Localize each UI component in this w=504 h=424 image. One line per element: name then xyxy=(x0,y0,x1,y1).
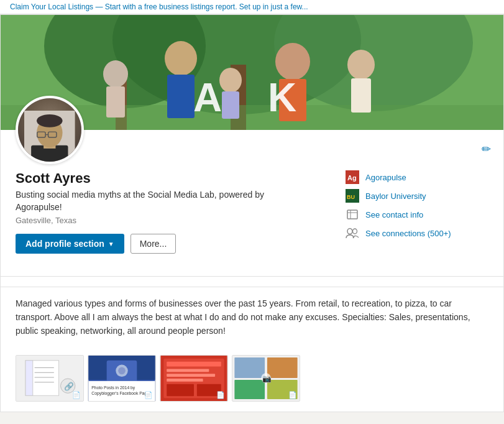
connections-label: See connections (500+) xyxy=(365,229,451,238)
avatar[interactable] xyxy=(16,96,84,164)
profile-name: Scott Ayres xyxy=(16,170,327,187)
summary-text: Managed various types and forms of busin… xyxy=(16,297,488,338)
svg-rect-12 xyxy=(222,91,239,119)
contact-info-label: See contact info xyxy=(365,210,423,219)
contact-info-item[interactable]: See contact info xyxy=(346,208,488,221)
svg-point-11 xyxy=(219,68,242,93)
more-button[interactable]: More... xyxy=(131,234,176,254)
contact-info-icon xyxy=(346,208,359,221)
svg-rect-64 xyxy=(234,380,265,399)
doc-icon-3: 📄 xyxy=(216,391,225,399)
action-buttons: Add profile section ▼ More... xyxy=(16,234,327,254)
top-banner[interactable]: Claim Your Local Listings — Start with a… xyxy=(0,0,504,14)
agorapulse-icon: Ag xyxy=(346,170,359,184)
doc-icon-4: 📄 xyxy=(288,391,297,399)
doc-icon-2: 📄 xyxy=(144,391,153,399)
svg-rect-31 xyxy=(347,210,357,219)
chevron-down-icon: ▼ xyxy=(108,241,114,247)
svg-rect-55 xyxy=(167,362,221,367)
summary-section: Managed various types and forms of busin… xyxy=(1,287,503,348)
media-row: 🔗 📄 Photo Posts in 2014 by Copyblogger's… xyxy=(1,348,503,412)
profile-headline: Busting social media myths at the Social… xyxy=(16,189,277,213)
svg-rect-16 xyxy=(351,78,371,113)
svg-text:A: A xyxy=(193,75,222,120)
profile-lower: ✏ Scott Ayres Busting social media myths… xyxy=(1,130,503,266)
svg-text:Copyblogger's Facebook Page: Copyblogger's Facebook Page xyxy=(91,392,149,397)
profile-info-row: Scott Ayres Busting social media myths a… xyxy=(16,130,488,254)
svg-rect-59 xyxy=(167,384,194,396)
svg-point-49 xyxy=(118,367,126,375)
svg-text:📷: 📷 xyxy=(262,374,272,383)
svg-point-13 xyxy=(275,43,310,80)
media-thumb-3[interactable]: 📄 xyxy=(160,355,228,402)
svg-point-7 xyxy=(103,60,128,88)
agorapulse-item[interactable]: Ag Agorapulse xyxy=(346,170,488,184)
media-thumb-4[interactable]: 📷 📄 xyxy=(232,355,300,402)
svg-point-9 xyxy=(165,41,197,76)
avatar-image xyxy=(24,111,75,162)
svg-text:Ag: Ag xyxy=(347,174,357,182)
profile-card: A K xyxy=(0,14,504,412)
media-thumb-1[interactable]: 🔗 📄 xyxy=(16,355,84,402)
svg-text:BU: BU xyxy=(347,194,355,200)
svg-rect-10 xyxy=(167,75,195,118)
baylor-icon: BU xyxy=(346,189,359,203)
media-thumb-2[interactable]: Photo Posts in 2014 by Copyblogger's Fac… xyxy=(88,355,156,402)
baylor-item[interactable]: BU Baylor University xyxy=(346,189,488,203)
svg-point-35 xyxy=(353,229,357,234)
profile-left: Scott Ayres Busting social media myths a… xyxy=(16,170,327,254)
svg-text:🔗: 🔗 xyxy=(64,382,74,392)
svg-text:K: K xyxy=(268,75,296,120)
doc-icon-1: 📄 xyxy=(72,391,81,399)
edit-profile-button[interactable]: ✏ xyxy=(482,142,491,156)
svg-point-23 xyxy=(37,114,63,127)
profile-location: Gatesville, Texas xyxy=(16,216,327,225)
svg-rect-38 xyxy=(25,361,33,395)
section-divider xyxy=(1,276,503,277)
svg-rect-56 xyxy=(167,369,209,372)
connections-item[interactable]: See connections (500+) xyxy=(346,226,488,240)
svg-rect-57 xyxy=(167,374,215,377)
svg-point-15 xyxy=(347,50,375,80)
add-profile-section-button[interactable]: Add profile section ▼ xyxy=(16,234,124,254)
connections-icon xyxy=(346,226,359,240)
profile-right: Ag Agorapulse BU Baylor University xyxy=(346,170,488,245)
svg-rect-8 xyxy=(106,86,125,118)
svg-text:Photo Posts in 2014 by: Photo Posts in 2014 by xyxy=(91,385,135,390)
agorapulse-label: Agorapulse xyxy=(365,173,406,182)
svg-rect-63 xyxy=(267,357,298,378)
baylor-label: Baylor University xyxy=(365,191,426,201)
banner-link[interactable]: Claim Your Local Listings — Start with a… xyxy=(10,2,308,11)
svg-rect-58 xyxy=(167,379,203,382)
svg-point-34 xyxy=(347,229,352,234)
svg-rect-62 xyxy=(234,357,265,378)
